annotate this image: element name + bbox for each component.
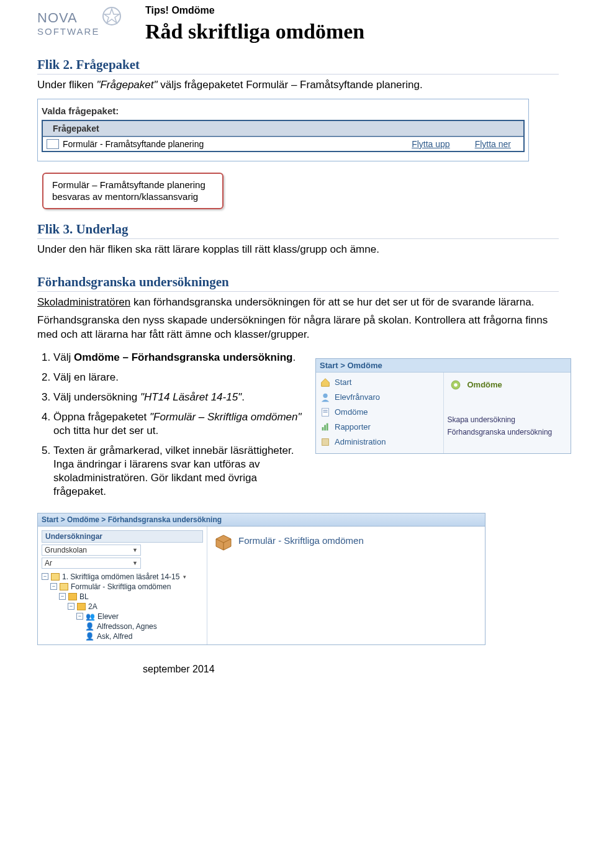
checkbox-row[interactable] (47, 139, 59, 149)
tips-label: Tips! Omdöme (145, 5, 559, 16)
svg-rect-4 (323, 410, 327, 410)
tree-person-2[interactable]: 👤 Ask, Alfred (76, 632, 203, 641)
steps-list: Välj Omdöme – Förhandsgranska undersökni… (53, 351, 304, 499)
tree-node-1[interactable]: − 1. Skriftliga omdömen läsåret 14-15 ▾ (42, 572, 203, 581)
home-icon (320, 377, 331, 388)
folder-icon (68, 593, 77, 600)
collapse-icon[interactable]: − (68, 603, 74, 610)
tree-node-2[interactable]: − Formulär - Skriftliga omdömen (50, 582, 203, 591)
dropdown-grundskolan[interactable]: Grundskolan▼ (42, 545, 141, 556)
tree-node-bl[interactable]: − BL (59, 592, 203, 601)
breadcrumb-menu: Start > Omdöme (316, 359, 571, 373)
tree-node-2a[interactable]: − 2A (68, 602, 203, 611)
step-2: Välj en lärare. (53, 371, 304, 384)
para-fh2: Förhandsgranska den nyss skapade undersö… (37, 314, 559, 342)
step-3: Välj undersökning "HT14 Läsåret 14-15". (53, 391, 304, 404)
chevron-down-icon: ▾ (183, 574, 186, 580)
callout-framat: Formulär – Framåtsyftande planering besv… (42, 173, 224, 209)
menu-col-right: Omdöme Skapa undersökning Förhandsgransk… (444, 373, 571, 453)
chart-icon (320, 422, 331, 433)
svg-rect-9 (322, 438, 329, 445)
svg-point-2 (323, 393, 327, 397)
breadcrumb-tree: Start > Omdöme > Förhandsgranska undersö… (38, 513, 485, 527)
menu-start[interactable]: Start (318, 375, 441, 390)
menu-rapporter[interactable]: Rapporter (318, 420, 441, 435)
para-flik3: Under den här fliken ska rätt lärare kop… (37, 243, 559, 257)
tree-node-elever[interactable]: − 👥 Elever (76, 612, 203, 621)
menu-elevfranvaro[interactable]: Elevfrånvaro (318, 390, 441, 405)
table-row: Formulär - Framåtsyftande planering Flyt… (43, 137, 523, 151)
dropdown-ar[interactable]: Ar▼ (42, 558, 141, 569)
chevron-down-icon: ▼ (132, 547, 138, 553)
svg-rect-6 (322, 427, 324, 430)
box-icon (214, 531, 233, 553)
menu-omdome-left[interactable]: Omdöme (318, 405, 441, 420)
tree-right-label: Formulär - Skriftliga omdömen (238, 535, 364, 546)
doc-title: Råd skriftliga omdömen (145, 20, 559, 43)
gear-icon (320, 436, 331, 448)
menu-col-left: Start Elevfrånvaro Omdöme Rapporter (316, 373, 444, 453)
heading-flik2: Flik 2. Frågepaket (37, 57, 559, 75)
link-flytta-ner[interactable]: Flytta ner (463, 139, 523, 149)
step-5: Texten är gråmarkerad, vilket innebär lä… (53, 444, 304, 499)
chevron-down-icon: ▼ (132, 560, 138, 566)
folder-icon (51, 573, 60, 581)
step-4: Öppna frågepaketet "Formulär – Skriftlig… (53, 410, 304, 438)
step-1: Välj Omdöme – Förhandsgranska undersökni… (53, 351, 304, 364)
col-fragepaket: Frågepaket (53, 124, 99, 133)
menu-forhandsgranska[interactable]: Förhandsgranska undersökning (446, 426, 569, 438)
row-label: Formulär - Framåtsyftande planering (63, 137, 399, 151)
para-flik2: Under fliken "Frågepaket" väljs frågepak… (37, 78, 559, 93)
collapse-icon[interactable]: − (42, 573, 48, 580)
svg-rect-8 (327, 423, 328, 430)
svg-rect-7 (324, 425, 326, 430)
screenshot-forhandsgranska-tree: Start > Omdöme > Förhandsgranska undersö… (37, 513, 485, 645)
link-flytta-upp[interactable]: Flytta upp (399, 139, 462, 149)
footer-date: september 2014 (37, 664, 559, 675)
heading-forhandsgranska: Förhandsgranska undersökningen (37, 274, 559, 292)
screenshot-start-omdome: Start > Omdöme Start Elevfrånvaro (315, 358, 571, 454)
collapse-icon[interactable]: − (50, 583, 57, 590)
table-header: Frågepaket (43, 121, 523, 137)
logo: NOVA SOFTWARE (37, 5, 130, 45)
para-fh1: Skoladministratören kan förhandsgranska … (37, 296, 559, 310)
tree-person-1[interactable]: 👤 Alfredsson, Agnes (76, 622, 203, 631)
person-icon: 👤 (85, 622, 94, 631)
collapse-icon[interactable]: − (59, 593, 66, 600)
menu-admin[interactable]: Administration (318, 435, 441, 450)
menu-skapa[interactable]: Skapa undersökning (446, 414, 569, 426)
tree-header: Undersökningar (42, 530, 203, 543)
person-icon: 👤 (85, 632, 94, 641)
svg-marker-1 (104, 9, 119, 23)
user-icon (320, 392, 331, 403)
svg-rect-5 (323, 412, 327, 412)
doc-icon (320, 407, 331, 418)
doc-header: NOVA SOFTWARE Tips! Omdöme Råd skriftlig… (37, 0, 559, 45)
heading-flik3: Flik 3. Underlag (37, 222, 559, 239)
screenshot-valda-fragepaket: Valda frågepaket: Frågepaket Formulär - … (37, 99, 529, 161)
panel-caption: Valda frågepaket: (42, 106, 525, 116)
folder-icon (60, 583, 68, 590)
omdome-icon (448, 377, 464, 393)
folder-icon (77, 603, 86, 610)
menu-omdome-right[interactable]: Omdöme (446, 375, 569, 395)
tree-right-pane: Formulär - Skriftliga omdömen (207, 527, 485, 644)
collapse-icon[interactable]: − (76, 613, 83, 620)
svg-point-11 (454, 383, 458, 387)
people-icon: 👥 (86, 612, 95, 621)
logo-text-bot: SOFTWARE (37, 26, 99, 37)
logo-text-top: NOVA (37, 10, 78, 25)
